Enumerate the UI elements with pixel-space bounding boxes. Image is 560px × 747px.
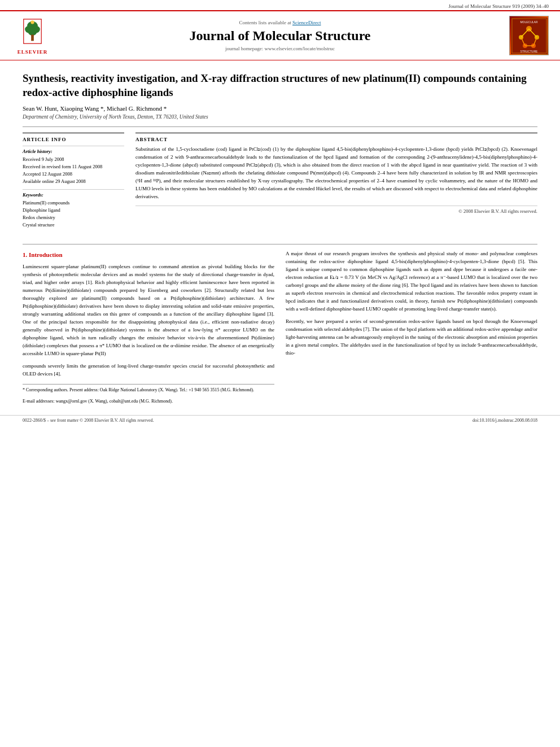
history-label: Article history: bbox=[23, 148, 124, 154]
journal-ref-text: Journal of Molecular Structure 919 (2009… bbox=[449, 3, 549, 9]
title-divider bbox=[23, 126, 537, 127]
elsevier-label: ELSEVIER bbox=[18, 49, 48, 55]
body-section: 1. Introduction Luminescent square-plana… bbox=[23, 244, 537, 409]
footnotes: * Corresponding authors. Present address… bbox=[23, 384, 274, 405]
journal-center: Contents lists available at ScienceDirec… bbox=[54, 20, 506, 52]
journal-homepage: journal homepage: www.elsevier.com/locat… bbox=[54, 46, 506, 51]
journal-cover: MOLECULAR STRUCTURE bbox=[506, 16, 549, 55]
abstract-heading: ABSTRACT bbox=[135, 137, 537, 142]
info-abstract-section: ARTICLE INFO Article history: Received 9… bbox=[23, 133, 537, 233]
sciencedirect-link[interactable]: ScienceDirect bbox=[292, 20, 321, 25]
keywords-section: Keywords: Platinum(II) compounds Diphosp… bbox=[23, 189, 124, 228]
cover-image: MOLECULAR STRUCTURE bbox=[509, 16, 549, 55]
sciencedirect-prefix: Contents lists available at bbox=[239, 20, 292, 25]
body-col-left: 1. Introduction Luminescent square-plana… bbox=[23, 250, 274, 409]
svg-text:STRUCTURE: STRUCTURE bbox=[520, 50, 537, 53]
abstract-panel: ABSTRACT Substitution of the 1,5-cyclooc… bbox=[135, 133, 537, 233]
cover-art-icon: MOLECULAR STRUCTURE bbox=[511, 18, 548, 54]
body-two-col: 1. Introduction Luminescent square-plana… bbox=[23, 250, 537, 409]
abstract-text: Substitution of the 1,5-cyclooctadiene (… bbox=[135, 146, 537, 201]
svg-point-4 bbox=[28, 27, 37, 35]
article-info-heading: ARTICLE INFO bbox=[23, 137, 124, 142]
main-content: Synthesis, reactivity investigation, and… bbox=[0, 72, 560, 409]
intro-heading: 1. Introduction bbox=[23, 250, 274, 260]
paper-title: Synthesis, reactivity investigation, and… bbox=[23, 72, 537, 99]
body-right-p2: Recently, we have prepared a series of s… bbox=[286, 318, 537, 357]
elsevier-tree-icon bbox=[17, 17, 48, 48]
copyright-line: © 2008 Elsevier B.V. All rights reserved… bbox=[135, 206, 537, 214]
received-date: Received 9 July 2008 bbox=[23, 156, 124, 163]
doi-text: doi:10.1016/j.molstruc.2008.08.018 bbox=[473, 418, 537, 423]
footnote-email: E-mail addresses: wangx@ornl.gov (X. Wan… bbox=[23, 398, 274, 405]
intro-p2: compounds severely limits the generation… bbox=[23, 362, 274, 378]
body-col-right: A major thrust of our research program i… bbox=[286, 250, 537, 409]
authors: Sean W. Hunt, Xiaoping Wang *, Michael G… bbox=[23, 105, 537, 112]
keyword-1: Platinum(II) compounds bbox=[23, 199, 124, 207]
svg-point-6 bbox=[30, 20, 34, 24]
intro-p1: Luminescent square-planar platinum(II) c… bbox=[23, 263, 274, 357]
keyword-4: Crystal structure bbox=[23, 221, 124, 229]
body-right-p1: A major thrust of our research program i… bbox=[286, 250, 537, 313]
sciencedirect-line: Contents lists available at ScienceDirec… bbox=[54, 20, 506, 25]
keyword-3: Redox chemistry bbox=[23, 214, 124, 221]
elsevier-logo: ELSEVIER bbox=[11, 17, 54, 55]
homepage-text: journal homepage: www.elsevier.com/locat… bbox=[225, 46, 335, 51]
available-date: Available online 29 August 2008 bbox=[23, 178, 124, 185]
affiliation: Department of Chemistry, University of N… bbox=[23, 114, 537, 120]
issn-text: 0022-2860/$ – see front matter © 2008 El… bbox=[23, 418, 154, 423]
article-history-section: Article history: Received 9 July 2008 Re… bbox=[23, 146, 124, 185]
article-info-panel: ARTICLE INFO Article history: Received 9… bbox=[23, 133, 124, 233]
keywords-label: Keywords: bbox=[23, 192, 124, 198]
revised-date: Received in revised form 11 August 2008 bbox=[23, 163, 124, 171]
journal-reference: Journal of Molecular Structure 919 (2009… bbox=[0, 0, 560, 10]
svg-rect-5 bbox=[31, 34, 34, 41]
journal-header: ELSEVIER Contents lists available at Sci… bbox=[0, 10, 560, 60]
journal-title: Journal of Molecular Structure bbox=[54, 28, 506, 44]
svg-text:MOLECULAR: MOLECULAR bbox=[520, 20, 538, 24]
keyword-2: Diphosphine ligand bbox=[23, 207, 124, 214]
accepted-date: Accepted 12 August 2008 bbox=[23, 171, 124, 178]
footnote-corresponding: * Corresponding authors. Present address… bbox=[23, 387, 274, 394]
bottom-bar: 0022-2860/$ – see front matter © 2008 El… bbox=[0, 415, 560, 425]
